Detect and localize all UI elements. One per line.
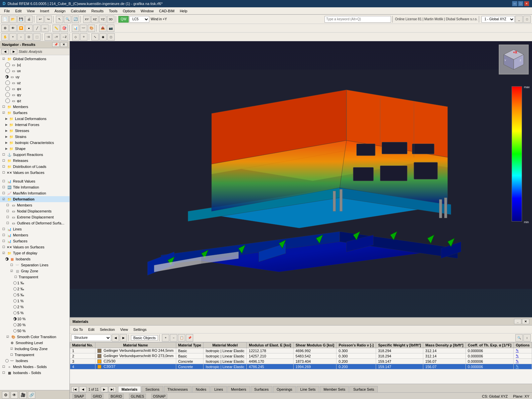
nav-values-surfaces[interactable]: ☐ ✕✕ Values on Surfaces <box>0 170 69 176</box>
page-next-btn[interactable]: ▶ <box>101 386 108 392</box>
nav-deformation[interactable]: ☑ 📁 Deformation <box>0 196 69 202</box>
mat-prev-btn[interactable]: ◀ <box>112 334 119 341</box>
title-bar-controls[interactable]: ─ □ ✕ <box>512 1 529 6</box>
r20pct-radio[interactable] <box>13 323 17 327</box>
viewport-3d[interactable]: max min +X Y Z <box>70 41 532 317</box>
nav-transparent[interactable]: ☐ Transparent <box>0 274 69 280</box>
nav-isotropic[interactable]: ▶ 📁 Isotropic Characteristics <box>0 140 69 146</box>
menu-help[interactable]: Help <box>177 8 190 14</box>
save-button[interactable]: 💾 <box>17 16 25 23</box>
new-button[interactable]: 📄 <box>1 16 9 23</box>
mat-next-btn[interactable]: ▶ <box>120 334 127 341</box>
nav-isobands-solids[interactable]: ☐ ▦ Isobands - Solids <box>0 370 69 376</box>
nav-r1pct[interactable]: 1 % <box>0 298 69 304</box>
nav-uz[interactable]: ▭ uz <box>0 80 69 86</box>
result-diagram-btn[interactable]: 📊 <box>72 25 79 32</box>
nav-members-sec[interactable]: ☐ 📊 Members <box>0 232 69 238</box>
phiy-radio[interactable] <box>5 92 10 97</box>
tab-thicknesses[interactable]: Thicknesses <box>164 386 192 392</box>
nav-releases[interactable]: ☐ 📁 Releases <box>0 158 69 164</box>
mat-view[interactable]: View <box>119 327 129 332</box>
view-3d[interactable]: 3D <box>107 16 114 23</box>
mat-edit[interactable]: Edit <box>87 327 96 332</box>
mat-row-1[interactable]: 1 Geilinger Verbundquerschnitt RO 244,5m… <box>70 348 532 353</box>
zoom-out-btn[interactable]: − <box>17 33 25 41</box>
compass-widget[interactable]: +X Y Z <box>499 45 529 74</box>
nav-r5ppt[interactable]: 5 ‰ <box>0 292 69 298</box>
tab-lines[interactable]: Lines <box>210 386 226 392</box>
iso-view-btn[interactable]: ◇ <box>72 33 79 41</box>
nav-phiy[interactable]: ▭ φy <box>0 92 69 98</box>
nav-close-btn[interactable]: ✕ <box>60 42 67 47</box>
deformation-btn[interactable]: ⤡ <box>91 33 99 41</box>
mat-sort-btn[interactable]: ↕ <box>523 334 531 341</box>
nav-phix[interactable]: ▭ φx <box>0 86 69 92</box>
select-button[interactable]: ↖ <box>56 16 63 23</box>
status-glines[interactable]: GLINES <box>129 394 146 399</box>
surface-btn[interactable]: ▭ <box>41 25 49 32</box>
mat-paste-btn[interactable]: 📌 <box>186 334 193 341</box>
r1pct-radio[interactable] <box>13 299 17 303</box>
r2ppt-radio[interactable] <box>13 287 17 291</box>
perspective-btn[interactable]: ⟡ <box>80 33 87 41</box>
mat-opt-1[interactable]: ✎ <box>514 348 532 353</box>
mat-delete-btn[interactable]: − <box>170 334 177 341</box>
mat-selection[interactable]: Selection <box>98 327 116 332</box>
menu-tools[interactable]: Tools <box>106 8 120 14</box>
menu-insert[interactable]: Insert <box>37 8 52 14</box>
nav-shape[interactable]: ▶ 📁 Shape <box>0 146 69 152</box>
nav-support-reactions[interactable]: ☐ ⚓ Support Reactions <box>0 152 69 158</box>
nav-gray-zone[interactable]: ☑ ▧ Gray Zone <box>0 268 69 274</box>
status-snap[interactable]: SNAP <box>72 394 86 399</box>
node-btn[interactable]: ● <box>25 25 33 32</box>
nav-r10pct[interactable]: 10 % <box>0 316 69 322</box>
phiz-radio[interactable] <box>5 98 10 103</box>
nav-stresses[interactable]: ▶ 📁 Stresses <box>0 128 69 134</box>
nav-surfaces-sec[interactable]: ☐ 📊 Surfaces <box>0 238 69 244</box>
nav-eye-btn[interactable]: 👁 <box>11 391 18 399</box>
tab-linesets[interactable]: Line Sets <box>297 386 319 392</box>
phix-radio[interactable] <box>5 86 10 91</box>
zoom-in-btn[interactable]: + <box>9 33 17 41</box>
r5pct-radio[interactable] <box>13 311 17 315</box>
maximize-button[interactable]: □ <box>518 1 523 6</box>
isolines-radio[interactable] <box>5 359 9 362</box>
snap-btn[interactable]: 🎯 <box>61 25 68 32</box>
transparent-btn[interactable]: ◻ <box>107 33 115 41</box>
tab-materials[interactable]: Materials <box>118 386 141 392</box>
nav-r50pct[interactable]: 50 % <box>0 328 69 334</box>
nav-ux[interactable]: ▭ ux <box>0 68 69 74</box>
mat-copy-btn[interactable]: 📋 <box>178 334 185 341</box>
mat-opt-3[interactable]: ✎ <box>514 359 532 364</box>
nav-iu[interactable]: ▭ |u| <box>0 62 69 68</box>
page-last-btn[interactable]: ▶| <box>109 386 116 392</box>
filter-btn[interactable]: 🔽 <box>17 25 25 32</box>
nav-global-deformations[interactable]: ☑ 📁 Global Deformations <box>0 56 69 62</box>
mat-settings[interactable]: Settings <box>132 327 148 332</box>
menu-window[interactable]: Window <box>138 8 156 14</box>
nav-next-btn[interactable]: ▶ <box>10 49 17 54</box>
redo-button[interactable]: ↪ <box>45 16 52 23</box>
nav-maxmin-info[interactable]: ☐ 📈 Max/Min Information <box>0 190 69 196</box>
uz-radio[interactable] <box>5 80 10 85</box>
nav-distribution-loads[interactable]: ☐ 📁 Distribution of Loads <box>0 164 69 170</box>
measurement-btn[interactable]: 📏 <box>53 25 60 32</box>
nav-r1ppt[interactable]: 1 ‰ <box>0 280 69 286</box>
loadcase-selector[interactable]: LC5 <box>129 16 149 23</box>
nav-members-top[interactable]: ☐ 📁 Members <box>0 104 69 110</box>
undo-button[interactable]: ↩ <box>37 16 44 23</box>
front-view-btn[interactable]: ↑X <box>45 33 52 41</box>
nav-separation-lines[interactable]: ☐ 〰 Separation Lines <box>0 262 69 268</box>
menu-results[interactable]: Results <box>89 8 106 14</box>
export-btn[interactable]: 📤 <box>99 25 106 32</box>
search-input[interactable] <box>325 16 391 23</box>
visibility-btn[interactable]: 👁 <box>9 25 17 32</box>
nav-def-members[interactable]: ☐ ▭ Members <box>0 202 69 208</box>
back-view-btn[interactable]: ↓Y <box>53 33 60 41</box>
mat-row-2[interactable]: 2 Geilinger Verbundquerschnitt RO 273,0m… <box>70 353 532 359</box>
r2pct-radio[interactable] <box>13 305 17 309</box>
mat-close-btn[interactable]: ✕ <box>522 319 529 324</box>
tab-openings[interactable]: Openings <box>273 386 296 392</box>
render-btn[interactable]: ◉ <box>99 33 107 41</box>
nav-extreme-displ[interactable]: ☐ ▭ Extreme Displacement <box>0 214 69 220</box>
